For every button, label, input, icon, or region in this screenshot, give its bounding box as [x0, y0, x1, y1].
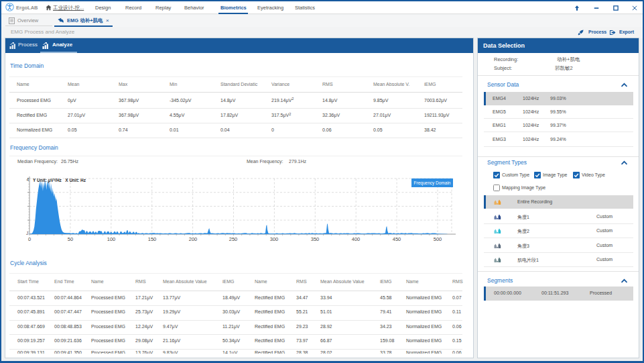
svg-text:0: 0 [28, 236, 31, 242]
svg-text:4: 4 [27, 177, 29, 182]
svg-text:350: 350 [311, 236, 320, 242]
svg-text:300: 300 [270, 236, 279, 242]
svg-text:50: 50 [68, 236, 73, 242]
svg-text:250: 250 [229, 236, 238, 242]
svg-text:450: 450 [393, 236, 401, 242]
svg-text:100: 100 [107, 236, 116, 242]
svg-text:500: 500 [434, 236, 442, 242]
svg-text:200: 200 [189, 236, 198, 242]
svg-text:J: J [26, 231, 28, 236]
svg-text:400: 400 [352, 236, 361, 242]
svg-text:150: 150 [148, 236, 157, 242]
